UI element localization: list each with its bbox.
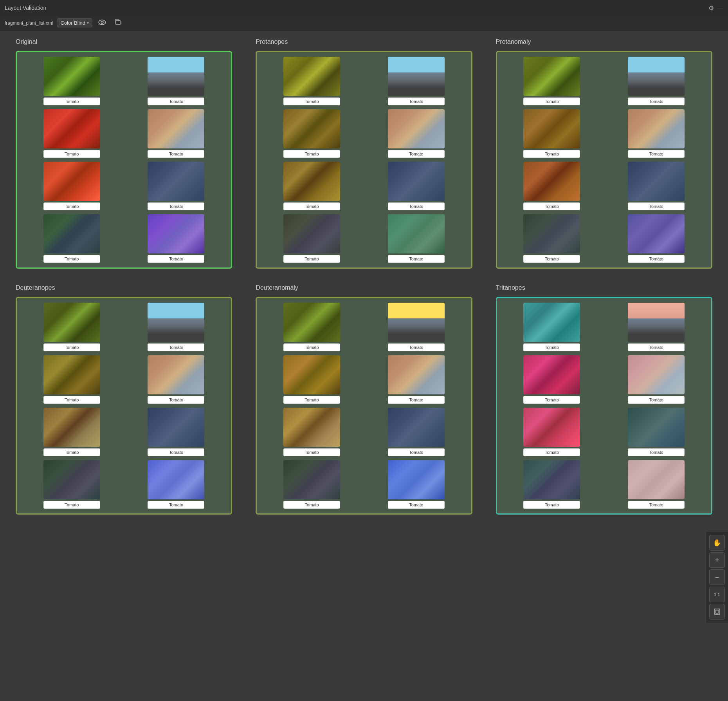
image-label: Tomato [283,98,340,105]
title-bar-icons: ⚙ — [708,4,723,12]
panel-section-deuteranopes: DeuteranopesTomatoTomatoTomatoTomatoToma… [16,284,232,515]
image-thumb [628,214,685,253]
panel-container-original: TomatoTomatoTomatoTomatoTomatoTomatoToma… [16,51,232,269]
image-cell: Tomato [22,109,122,158]
image-label: Tomato [523,150,580,158]
image-thumb [43,162,100,201]
image-label: Tomato [43,150,100,158]
image-thumb [388,303,445,342]
image-thumb [148,162,204,201]
image-cell: Tomato [22,355,122,404]
image-cell: Tomato [366,303,467,351]
image-label: Tomato [283,150,340,158]
image-thumb [628,460,685,499]
svg-rect-5 [715,610,719,613]
image-label: Tomato [388,98,445,105]
image-label: Tomato [628,150,685,158]
image-label: Tomato [523,501,580,509]
image-label: Tomato [283,501,340,509]
image-thumb [388,57,445,96]
image-thumb [283,303,340,342]
image-cell: Tomato [606,57,706,105]
zoom-out-button[interactable]: − [709,569,725,585]
panel-title-original: Original [16,38,232,45]
hand-tool-button[interactable]: ✋ [709,535,725,551]
image-thumb [148,460,204,499]
image-label: Tomato [148,255,204,263]
copy-button[interactable] [112,18,123,28]
image-cell: Tomato [22,162,122,210]
eye-button[interactable] [96,18,108,28]
settings-icon[interactable]: ⚙ [708,4,714,12]
image-thumb [523,162,580,201]
image-cell: Tomato [261,408,362,456]
image-thumb [523,303,580,342]
image-thumb [148,214,204,253]
image-label: Tomato [523,343,580,351]
image-label: Tomato [523,98,580,105]
image-cell: Tomato [261,162,362,210]
image-label: Tomato [283,202,340,210]
fit-button[interactable] [709,604,725,620]
reset-zoom-button[interactable]: 1:1 [709,587,725,602]
image-label: Tomato [148,448,204,456]
image-label: Tomato [283,448,340,456]
image-cell: Tomato [261,355,362,404]
image-thumb [523,57,580,96]
color-blind-dropdown[interactable]: Color Blind ▾ [57,18,92,27]
image-thumb [523,355,580,394]
image-label: Tomato [43,396,100,404]
panel-title-tritanopes: Tritanopes [496,284,712,291]
image-cell: Tomato [22,214,122,263]
minimize-icon[interactable]: — [717,4,723,11]
image-thumb [388,355,445,394]
image-label: Tomato [43,448,100,456]
image-thumb [628,303,685,342]
image-cell: Tomato [502,109,602,158]
image-thumb [43,109,100,148]
image-cell: Tomato [606,303,706,351]
image-label: Tomato [43,255,100,263]
image-label: Tomato [388,343,445,351]
image-thumb [148,109,204,148]
image-cell: Tomato [261,57,362,105]
title-bar-left: Layout Validation [5,5,46,11]
image-cell: Tomato [366,162,467,210]
image-cell: Tomato [22,57,122,105]
image-cell: Tomato [261,214,362,263]
image-grid-protanomaly: TomatoTomatoTomatoTomatoTomatoTomatoToma… [502,57,706,263]
image-thumb [523,460,580,499]
image-label: Tomato [388,448,445,456]
image-cell: Tomato [366,408,467,456]
image-label: Tomato [523,396,580,404]
image-thumb [388,162,445,201]
image-thumb [388,109,445,148]
image-label: Tomato [148,501,204,509]
image-thumb [43,57,100,96]
panel-section-protanomaly: ProtanomalyTomatoTomatoTomatoTomatoTomat… [496,38,712,269]
image-thumb [283,57,340,96]
image-label: Tomato [283,396,340,404]
chevron-down-icon: ▾ [87,21,89,25]
zoom-in-button[interactable]: + [709,552,725,568]
image-thumb [43,460,100,499]
image-cell: Tomato [126,460,227,509]
image-label: Tomato [628,255,685,263]
image-thumb [148,355,204,394]
image-label: Tomato [148,343,204,351]
image-thumb [628,408,685,447]
toolbar-filename: fragment_plant_list.xml [5,20,53,26]
image-cell: Tomato [366,109,467,158]
image-label: Tomato [148,150,204,158]
panel-title-deuteranopes: Deuteranopes [16,284,232,291]
image-thumb [43,408,100,447]
image-thumb [148,408,204,447]
image-thumb [43,303,100,342]
image-cell: Tomato [261,303,362,351]
image-cell: Tomato [606,408,706,456]
image-cell: Tomato [126,408,227,456]
panel-section-protanopes: ProtanopesTomatoTomatoTomatoTomatoTomato… [256,38,472,269]
image-thumb [388,408,445,447]
image-cell: Tomato [502,214,602,263]
image-label: Tomato [628,202,685,210]
